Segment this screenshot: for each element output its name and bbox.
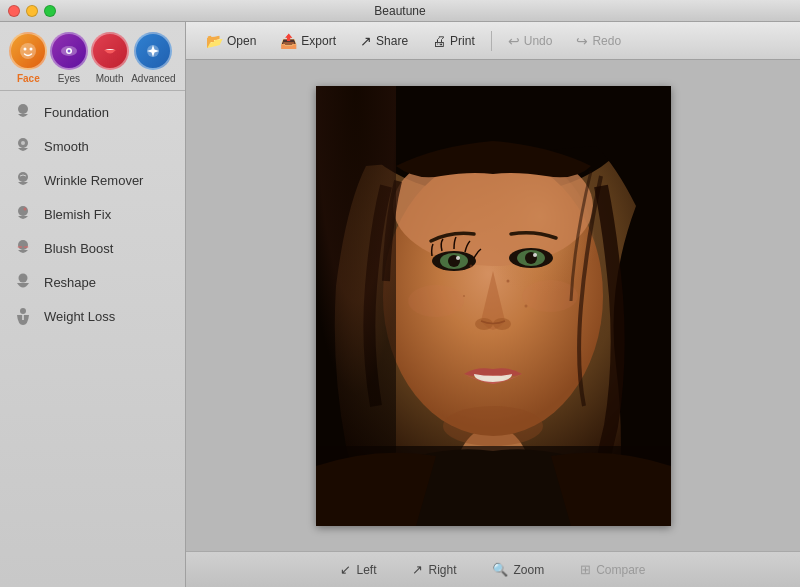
open-button[interactable]: 📂 Open — [196, 29, 266, 53]
portrait-image — [316, 86, 671, 526]
foundation-icon — [12, 101, 34, 123]
menu-item-blush-boost[interactable]: Blush Boost — [0, 231, 185, 265]
bottom-bar: ↙ Left ↗ Right 🔍 Zoom ⊞ Compare — [186, 551, 800, 587]
svg-point-11 — [18, 206, 28, 216]
advanced-label: Advanced — [131, 73, 175, 84]
close-button[interactable] — [8, 5, 20, 17]
sidebar-item-advanced[interactable]: Advanced — [131, 32, 175, 84]
svg-point-12 — [24, 208, 27, 211]
redo-icon: ↪ — [576, 33, 588, 49]
mouth-label: Mouth — [96, 73, 124, 84]
reshape-icon — [12, 271, 34, 293]
blemish-fix-label: Blemish Fix — [44, 207, 111, 222]
svg-point-29 — [456, 256, 460, 260]
svg-point-33 — [533, 253, 537, 257]
tool-icons-row: Face Eyes — [0, 22, 185, 91]
smooth-label: Smooth — [44, 139, 89, 154]
minimize-button[interactable] — [26, 5, 38, 17]
sidebar-item-mouth[interactable]: Mouth — [91, 32, 129, 84]
undo-button[interactable]: ↩ Undo — [498, 29, 563, 53]
mouth-icon — [91, 32, 129, 70]
app-title: Beautune — [374, 4, 425, 18]
face-icon — [9, 32, 47, 70]
smooth-icon — [12, 135, 34, 157]
redo-label: Redo — [592, 34, 621, 48]
undo-label: Undo — [524, 34, 553, 48]
zoom-icon: 🔍 — [492, 562, 508, 577]
redo-button[interactable]: ↪ Redo — [566, 29, 631, 53]
menu-item-blemish-fix[interactable]: Blemish Fix — [0, 197, 185, 231]
open-label: Open — [227, 34, 256, 48]
menu-items-list: Foundation Smooth — [0, 91, 185, 587]
export-icon: 📤 — [280, 33, 297, 49]
export-button[interactable]: 📤 Export — [270, 29, 346, 53]
menu-item-foundation[interactable]: Foundation — [0, 95, 185, 129]
face-label: Face — [17, 73, 40, 84]
right-button[interactable]: ↗ Right — [404, 558, 464, 581]
wrinkle-remover-icon — [12, 169, 34, 191]
toolbar: 📂 Open 📤 Export ↗ Share 🖨 Print ↩ Undo — [186, 22, 800, 60]
menu-item-weight-loss[interactable]: Weight Loss — [0, 299, 185, 333]
svg-point-15 — [24, 246, 29, 248]
blemish-fix-icon — [12, 203, 34, 225]
right-icon: ↗ — [412, 562, 423, 577]
print-icon: 🖨 — [432, 33, 446, 49]
menu-item-reshape[interactable]: Reshape — [0, 265, 185, 299]
svg-point-36 — [408, 285, 464, 317]
left-icon: ↙ — [340, 562, 351, 577]
compare-button[interactable]: ⊞ Compare — [572, 558, 653, 581]
left-label: Left — [356, 563, 376, 577]
share-label: Share — [376, 34, 408, 48]
left-button[interactable]: ↙ Left — [332, 558, 384, 581]
blush-boost-icon — [12, 237, 34, 259]
svg-point-7 — [18, 104, 28, 114]
svg-point-13 — [18, 240, 28, 250]
svg-point-1 — [24, 48, 27, 51]
share-icon: ↗ — [360, 33, 372, 49]
window-controls[interactable] — [8, 5, 56, 17]
eyes-label: Eyes — [58, 73, 80, 84]
svg-point-37 — [522, 280, 578, 312]
weight-loss-icon — [12, 305, 34, 327]
print-label: Print — [450, 34, 475, 48]
print-button[interactable]: 🖨 Print — [422, 29, 485, 53]
share-button[interactable]: ↗ Share — [350, 29, 418, 53]
advanced-icon — [134, 32, 172, 70]
svg-point-14 — [18, 246, 23, 248]
svg-point-38 — [469, 264, 472, 267]
zoom-label: Zoom — [513, 563, 544, 577]
eyes-icon — [50, 32, 88, 70]
svg-point-17 — [20, 308, 26, 314]
svg-point-43 — [443, 406, 543, 446]
sidebar: Face Eyes — [0, 22, 186, 587]
weight-loss-label: Weight Loss — [44, 309, 115, 324]
sidebar-item-face[interactable]: Face — [9, 32, 47, 84]
toolbar-divider — [491, 31, 492, 51]
image-area — [186, 60, 800, 551]
content-area: 📂 Open 📤 Export ↗ Share 🖨 Print ↩ Undo — [186, 22, 800, 587]
right-label: Right — [428, 563, 456, 577]
image-frame — [316, 86, 671, 526]
blush-boost-label: Blush Boost — [44, 241, 113, 256]
svg-point-39 — [506, 279, 509, 282]
compare-label: Compare — [596, 563, 645, 577]
menu-item-wrinkle-remover[interactable]: Wrinkle Remover — [0, 163, 185, 197]
sidebar-item-eyes[interactable]: Eyes — [50, 32, 88, 84]
undo-icon: ↩ — [508, 33, 520, 49]
svg-point-40 — [524, 304, 527, 307]
maximize-button[interactable] — [44, 5, 56, 17]
wrinkle-remover-label: Wrinkle Remover — [44, 173, 143, 188]
menu-item-smooth[interactable]: Smooth — [0, 129, 185, 163]
reshape-label: Reshape — [44, 275, 96, 290]
svg-point-16 — [19, 274, 28, 283]
svg-point-0 — [20, 43, 36, 59]
title-bar: Beautune — [0, 0, 800, 22]
svg-point-10 — [18, 172, 28, 182]
main-content: Face Eyes — [0, 22, 800, 587]
compare-icon: ⊞ — [580, 562, 591, 577]
svg-point-9 — [21, 141, 25, 145]
svg-point-2 — [30, 48, 33, 51]
export-label: Export — [301, 34, 336, 48]
zoom-button[interactable]: 🔍 Zoom — [484, 558, 552, 581]
svg-point-41 — [463, 295, 465, 297]
